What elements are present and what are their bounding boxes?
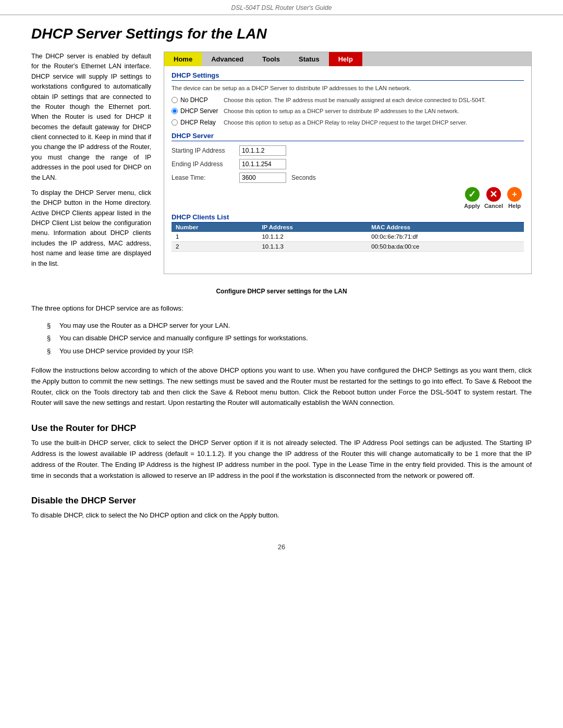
col-number: Number bbox=[172, 223, 258, 232]
lease-time-input[interactable] bbox=[239, 172, 286, 183]
row2-ip: 10.1.1.3 bbox=[258, 242, 367, 252]
ending-ip-label: Ending IP Address bbox=[172, 161, 234, 168]
table-row: 1 10.1.1.2 00:0c:6e:7b:71:df bbox=[172, 232, 524, 242]
dhcp-server-label: DHCP Server bbox=[172, 107, 218, 115]
page-header: DSL-504T DSL Router User's Guide bbox=[0, 0, 563, 15]
no-dhcp-radio[interactable] bbox=[172, 97, 178, 103]
dhcp-relay-radio[interactable] bbox=[172, 119, 178, 126]
section3-heading: Disable the DHCP Server bbox=[31, 496, 532, 506]
col-mac: MAC Address bbox=[367, 223, 524, 232]
row1-number: 1 bbox=[172, 232, 258, 242]
lease-time-row: Lease Time: Seconds bbox=[172, 172, 524, 183]
dhcp-options: No DHCP Choose this option. The IP addre… bbox=[172, 96, 524, 127]
page-footer: 26 bbox=[31, 543, 532, 551]
dhcp-server-desc: Choose this option to setup as a DHCP se… bbox=[224, 107, 524, 115]
row1-mac: 00:0c:6e:7b:71:df bbox=[367, 232, 524, 242]
nav-tools[interactable]: Tools bbox=[253, 52, 289, 66]
dhcp-server-radio[interactable] bbox=[172, 108, 178, 114]
body-text-1: The three options for DHCP service are a… bbox=[31, 303, 532, 314]
dhcp-settings-title: DHCP Settings bbox=[172, 71, 524, 81]
cancel-button[interactable]: ✕ Cancel bbox=[484, 187, 503, 209]
ending-ip-input[interactable] bbox=[239, 159, 286, 169]
header-title: DSL-504T DSL Router User's Guide bbox=[231, 4, 332, 11]
ending-ip-row: Ending IP Address bbox=[172, 159, 524, 169]
no-dhcp-text: No DHCP bbox=[180, 96, 208, 104]
dhcp-option-server: DHCP Server Choose this option to setup … bbox=[172, 107, 524, 115]
list-item: You use DHCP service provided by your IS… bbox=[52, 346, 532, 357]
table-row: 2 10.1.1.3 00:50:ba:da:00:ce bbox=[172, 242, 524, 252]
help-icon: + bbox=[507, 187, 522, 202]
left-description: The DHCP server is enabled by default fo… bbox=[31, 52, 151, 274]
dhcp-server-section: DHCP Server Starting IP Address Ending I… bbox=[172, 132, 524, 183]
bullet-list: You may use the Router as a DHCP server … bbox=[52, 320, 532, 359]
dhcp-server-text: DHCP Server bbox=[180, 107, 218, 115]
dhcp-relay-desc: Choose this option to setup as a DHCP Re… bbox=[224, 119, 524, 127]
cancel-icon: ✕ bbox=[486, 187, 501, 202]
apply-icon: ✓ bbox=[465, 187, 480, 202]
apply-button[interactable]: ✓ Apply bbox=[464, 187, 480, 209]
dhcp-settings-desc: The device can be setup as a DHCP Server… bbox=[172, 85, 524, 91]
page-title: DHCP Server Settings for the LAN bbox=[31, 26, 532, 42]
nav-advanced[interactable]: Advanced bbox=[202, 52, 253, 66]
caption-text-span: Configure DHCP server settings for the L… bbox=[216, 288, 347, 295]
section2-heading: Use the Router for DHCP bbox=[31, 423, 532, 434]
dhcp-option-no-dhcp: No DHCP Choose this option. The IP addre… bbox=[172, 96, 524, 104]
panel-caption: Configure DHCP server settings for the L… bbox=[31, 288, 532, 295]
clients-title: DHCP Clients List bbox=[172, 213, 524, 223]
dhcp-option-relay: DHCP Relay Choose this option to setup a… bbox=[172, 119, 524, 127]
page-number: 26 bbox=[278, 543, 285, 551]
no-dhcp-label: No DHCP bbox=[172, 96, 218, 104]
dhcp-relay-label: DHCP Relay bbox=[172, 119, 218, 126]
nav-status[interactable]: Status bbox=[289, 52, 329, 66]
clients-section: DHCP Clients List Number IP Address MAC … bbox=[172, 213, 524, 252]
apply-label: Apply bbox=[464, 203, 480, 209]
router-panel: Home Advanced Tools Status Help DHCP Set… bbox=[164, 52, 532, 274]
cancel-label: Cancel bbox=[484, 203, 503, 209]
section2-text: To use the built-in DHCP server, click t… bbox=[31, 438, 532, 481]
nav-help[interactable]: Help bbox=[329, 52, 362, 66]
row1-ip: 10.1.1.2 bbox=[258, 232, 367, 242]
router-nav: Home Advanced Tools Status Help bbox=[164, 52, 531, 66]
list-item: You may use the Router as a DHCP server … bbox=[52, 320, 532, 331]
help-label: Help bbox=[508, 203, 521, 209]
left-para-2: To display the DHCP Server menu, click t… bbox=[31, 188, 151, 269]
clients-table: Number IP Address MAC Address 1 10.1.1.2… bbox=[172, 223, 524, 252]
row2-number: 2 bbox=[172, 242, 258, 252]
starting-ip-input[interactable] bbox=[239, 145, 286, 156]
panel-body: DHCP Settings The device can be setup as… bbox=[164, 66, 531, 257]
row2-mac: 00:50:ba:da:00:ce bbox=[367, 242, 524, 252]
starting-ip-label: Starting IP Address bbox=[172, 147, 234, 154]
dhcp-server-section-title: DHCP Server bbox=[172, 132, 524, 141]
left-para-1: The DHCP server is enabled by default fo… bbox=[31, 52, 151, 183]
no-dhcp-desc: Choose this option. The IP address must … bbox=[224, 96, 524, 104]
starting-ip-row: Starting IP Address bbox=[172, 145, 524, 156]
action-buttons: ✓ Apply ✕ Cancel + Help bbox=[172, 187, 524, 209]
dhcp-relay-text: DHCP Relay bbox=[180, 119, 216, 126]
col-ip: IP Address bbox=[258, 223, 367, 232]
lease-time-label: Lease Time: bbox=[172, 174, 234, 181]
body-text-2: Follow the instructions below according … bbox=[31, 365, 532, 409]
help-button[interactable]: + Help bbox=[507, 187, 522, 209]
section3-text: To disable DHCP, click to select the No … bbox=[31, 510, 532, 521]
lease-time-unit: Seconds bbox=[291, 174, 316, 181]
nav-home[interactable]: Home bbox=[164, 52, 202, 66]
list-item: You can disable DHCP service and manuall… bbox=[52, 333, 532, 344]
